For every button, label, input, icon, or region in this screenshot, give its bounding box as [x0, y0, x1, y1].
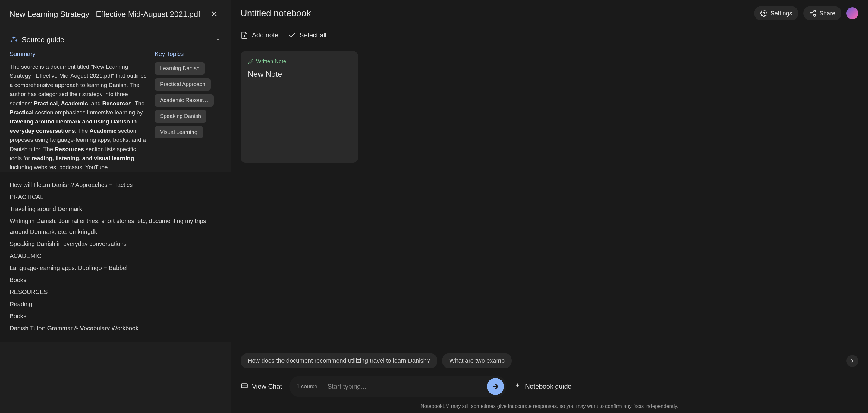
chevron-up-icon — [215, 36, 221, 42]
topic-chip[interactable]: Speaking Danish — [155, 110, 207, 123]
notebook-guide-label: Notebook guide — [525, 383, 571, 390]
doc-line: Travelling around Denmark — [10, 204, 221, 214]
header-actions: Settings Share — [754, 6, 858, 21]
right-header: Untitled notebook Settings Share — [231, 0, 868, 27]
svg-point-0 — [763, 12, 765, 14]
chat-input[interactable] — [327, 383, 482, 390]
note-tag: Written Note — [248, 58, 351, 65]
select-all-button[interactable]: Select all — [288, 31, 327, 39]
doc-line: PRACTICAL — [10, 192, 221, 202]
notebook-guide-button[interactable]: Notebook guide — [514, 383, 571, 390]
summary-text: The source is a document titled "New Lea… — [10, 62, 147, 172]
source-count[interactable]: 1 source — [297, 383, 322, 390]
topic-chip[interactable]: Academic Resour… — [155, 94, 214, 107]
chevron-right-icon — [849, 358, 855, 364]
disclaimer: NotebookLM may still sometimes give inac… — [241, 403, 858, 413]
document-content[interactable]: How will I learn Danish? Approaches + Ta… — [0, 172, 230, 342]
doc-line: RESOURCES — [10, 286, 221, 298]
select-all-label: Select all — [300, 31, 327, 39]
doc-line: Language-learning apps: Duolingo + Babbe… — [10, 263, 221, 273]
source-guide-left: Source guide — [10, 35, 64, 44]
add-note-label: Add note — [252, 31, 278, 39]
left-panel: New Learning Strategy_ Effective Mid-Aug… — [0, 0, 231, 413]
svg-point-3 — [814, 14, 815, 16]
check-icon — [288, 31, 296, 39]
add-note-icon — [241, 31, 248, 39]
share-button[interactable]: Share — [803, 6, 841, 21]
doc-line: Books — [10, 275, 221, 285]
left-header: New Learning Strategy_ Effective Mid-Aug… — [0, 0, 230, 29]
doc-line: Books — [10, 311, 221, 321]
notes-area: Written Note New Note — [231, 44, 868, 347]
svg-point-2 — [810, 12, 812, 14]
add-note-button[interactable]: Add note — [241, 31, 278, 39]
chat-icon — [241, 383, 248, 390]
close-icon — [210, 10, 218, 18]
doc-line: Writing in Danish: Journal entries, shor… — [10, 215, 221, 237]
share-icon — [809, 10, 816, 17]
next-suggestion-button[interactable] — [846, 355, 858, 367]
doc-line: ACADEMIC — [10, 250, 221, 261]
input-row: View Chat 1 source Notebook guide — [241, 376, 858, 397]
document-title: New Learning Strategy_ Effective Mid-Aug… — [10, 10, 200, 19]
send-button[interactable] — [487, 378, 504, 395]
key-topics-heading: Key Topics — [155, 50, 221, 58]
view-chat-label: View Chat — [252, 383, 282, 390]
source-guide-header[interactable]: Source guide — [0, 29, 230, 50]
close-button[interactable] — [208, 7, 221, 21]
avatar[interactable] — [846, 7, 858, 19]
doc-line: Speaking Danish in everyday conversation… — [10, 238, 221, 249]
svg-line-4 — [812, 14, 814, 15]
suggestion-chip[interactable]: What are two examp — [442, 353, 512, 369]
right-panel: Untitled notebook Settings Share Add not… — [231, 0, 868, 413]
suggestions-row: How does the document recommend utilizin… — [241, 353, 858, 369]
pencil-icon — [248, 59, 254, 65]
notebook-title[interactable]: Untitled notebook — [241, 8, 311, 19]
svg-point-1 — [814, 10, 815, 12]
source-guide-label: Source guide — [22, 36, 64, 44]
settings-label: Settings — [770, 10, 792, 17]
note-card[interactable]: Written Note New Note — [241, 51, 358, 163]
note-title: New Note — [248, 70, 351, 79]
sparkle-icon — [514, 383, 521, 390]
topic-chip[interactable]: Practical Approach — [155, 78, 211, 91]
view-chat-button[interactable]: View Chat — [241, 383, 282, 390]
sparkle-icon — [10, 35, 18, 44]
topic-chip[interactable]: Visual Learning — [155, 126, 203, 138]
collapse-button[interactable] — [215, 36, 221, 43]
svg-line-5 — [812, 12, 814, 13]
suggestion-chip[interactable]: How does the document recommend utilizin… — [241, 353, 437, 369]
doc-line: How will I learn Danish? Approaches + Ta… — [10, 179, 221, 190]
toolbar: Add note Select all — [231, 27, 868, 44]
summary-heading: Summary — [10, 50, 147, 58]
settings-button[interactable]: Settings — [754, 6, 798, 21]
topic-chip[interactable]: Learning Danish — [155, 62, 205, 75]
content-area: Summary The source is a document titled … — [0, 50, 230, 172]
gear-icon — [760, 10, 767, 17]
note-tag-label: Written Note — [256, 58, 286, 65]
input-container: 1 source — [289, 376, 506, 397]
summary-column: Summary The source is a document titled … — [10, 50, 147, 172]
key-topics-column: Key Topics Learning Danish Practical App… — [155, 50, 221, 172]
bottom-area: How does the document recommend utilizin… — [231, 347, 868, 413]
arrow-right-icon — [491, 382, 500, 391]
share-label: Share — [819, 10, 835, 17]
doc-line: Reading — [10, 299, 221, 309]
doc-line: Danish Tutor: Grammar & Vocabulary Workb… — [10, 323, 221, 334]
